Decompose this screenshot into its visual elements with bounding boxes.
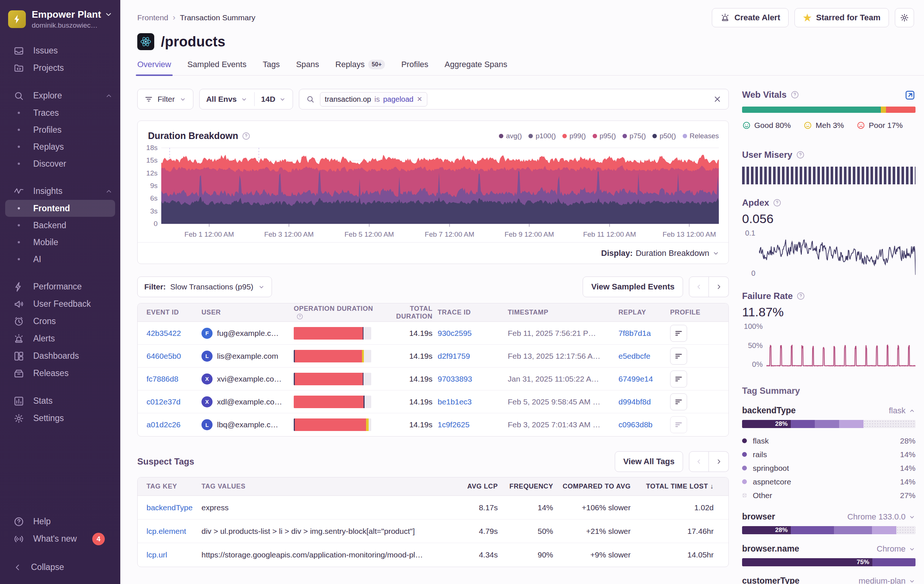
column-header[interactable]: USER — [201, 309, 294, 316]
question-circle-icon[interactable] — [790, 90, 799, 99]
transactions-filter-dropdown[interactable]: Filter: Slow Transactions (p95) — [137, 276, 272, 297]
sidebar-item-settings[interactable]: Settings — [0, 410, 120, 427]
operation-duration-bar[interactable] — [294, 396, 371, 408]
column-header[interactable]: TRACE ID — [438, 309, 508, 316]
question-circle-icon[interactable] — [296, 313, 303, 320]
tag-legend-row[interactable]: rails14% — [742, 447, 916, 461]
column-header[interactable]: OPERATION DURATION — [294, 305, 382, 321]
tag-key-link[interactable]: lcp.element — [147, 527, 201, 536]
operation-duration-bar[interactable] — [294, 418, 371, 431]
external-link-icon[interactable] — [904, 90, 916, 100]
sidebar-item-alerts[interactable]: Alerts — [0, 330, 120, 347]
operation-duration-bar[interactable] — [294, 350, 371, 362]
tag-legend-row[interactable]: aspnetcore14% — [742, 475, 916, 489]
event-id-link[interactable]: fc7886d8 — [147, 375, 201, 383]
event-id-link[interactable]: a01d2c26 — [147, 420, 201, 429]
duration-area-chart[interactable] — [161, 148, 719, 224]
sidebar-item-profiles[interactable]: Profiles — [0, 121, 120, 138]
tag-selected-value-dropdown[interactable]: Chrome 133.0.0 — [847, 512, 916, 522]
legend-item[interactable]: p75() — [622, 132, 646, 140]
sidebar-item-frontend[interactable]: Frontend — [5, 200, 115, 217]
column-header[interactable]: AVG LCP — [435, 483, 498, 490]
view-sampled-events-button[interactable]: View Sampled Events — [582, 276, 683, 297]
create-alert-button[interactable]: Create Alert — [712, 8, 789, 27]
legend-item[interactable]: p100() — [528, 132, 556, 140]
profile-button[interactable] — [670, 325, 687, 342]
profile-button[interactable] — [670, 416, 687, 433]
tag-selected-value-dropdown[interactable]: flask — [889, 406, 916, 416]
sidebar-section-insights[interactable]: Insights — [0, 183, 120, 200]
column-header[interactable]: FREQUENCY — [498, 483, 553, 490]
column-header[interactable]: TOTAL TIME LOST ↓ — [630, 483, 714, 490]
question-circle-icon[interactable] — [773, 198, 782, 207]
legend-item[interactable]: Releases — [683, 132, 719, 140]
sidebar-item-performance[interactable]: Performance — [0, 278, 120, 295]
date-range-selector[interactable]: 14D — [255, 89, 293, 109]
sidebar-item-issues[interactable]: Issues — [0, 42, 120, 59]
column-header[interactable]: PROFILE — [670, 309, 719, 316]
sidebar-item-stats[interactable]: Stats — [0, 392, 120, 410]
profile-button[interactable] — [670, 370, 687, 388]
tab-tags[interactable]: Tags — [263, 60, 280, 75]
next-page-button[interactable] — [709, 451, 729, 472]
column-header[interactable]: TAG VALUES — [201, 483, 435, 490]
tab-replays[interactable]: Replays50+ — [335, 60, 385, 75]
legend-item[interactable]: p99() — [563, 132, 586, 140]
legend-item[interactable]: p50() — [652, 132, 676, 140]
sidebar-footer-help[interactable]: Help — [0, 513, 120, 530]
sidebar-item-projects[interactable]: Projects — [0, 59, 120, 77]
sidebar-footer-collapse[interactable]: Collapse — [0, 559, 120, 576]
trace-id-link[interactable]: 930c2595 — [438, 329, 508, 338]
tag-key-link[interactable]: lcp.url — [147, 551, 201, 559]
previous-page-button[interactable] — [689, 276, 709, 297]
question-circle-icon[interactable] — [796, 292, 805, 301]
trace-id-link[interactable]: 97033893 — [438, 375, 508, 383]
operation-duration-bar[interactable] — [294, 373, 371, 385]
tag-distribution-bar[interactable]: 28% — [742, 526, 916, 534]
search-token[interactable]: transaction.op is pageload ✕ — [320, 92, 427, 107]
operation-duration-bar[interactable] — [294, 327, 371, 340]
sidebar-item-crons[interactable]: Crons — [0, 313, 120, 330]
clear-search-icon[interactable] — [713, 95, 722, 104]
tag-selected-value-dropdown[interactable]: medium-plan — [859, 576, 916, 584]
tag-legend-row[interactable]: Other27% — [742, 489, 916, 502]
settings-gear-button[interactable] — [895, 8, 914, 27]
filter-dropdown[interactable]: Filter — [137, 89, 193, 110]
starred-for-team-button[interactable]: ★ Starred for Team — [794, 8, 889, 27]
column-header[interactable]: REPLAY — [619, 309, 670, 316]
trace-id-link[interactable]: be1b1ec3 — [438, 397, 508, 406]
profile-button[interactable] — [670, 393, 687, 410]
sidebar-item-ai[interactable]: AI — [0, 251, 120, 268]
replay-id-link[interactable]: d994bf8d — [619, 397, 670, 406]
tag-selected-value-dropdown[interactable]: Chrome — [877, 544, 916, 554]
tab-sampled-events[interactable]: Sampled Events — [188, 60, 246, 75]
sidebar-item-dashboards[interactable]: Dashboards — [0, 347, 120, 365]
event-id-link[interactable]: 42b35422 — [147, 329, 201, 338]
breadcrumb-item[interactable]: Frontend — [137, 13, 168, 22]
view-all-tags-button[interactable]: View All Tags — [615, 451, 683, 472]
sidebar-item-backend[interactable]: Backend — [0, 217, 120, 234]
trace-id-link[interactable]: 1c9f2625 — [438, 420, 508, 429]
column-header[interactable]: TAG KEY — [147, 483, 201, 490]
column-header[interactable]: TOTAL DURATION — [382, 305, 438, 321]
sidebar-section-explore[interactable]: Explore — [0, 87, 120, 104]
sidebar-item-replays[interactable]: Replays — [0, 138, 120, 155]
tab-profiles[interactable]: Profiles — [401, 60, 428, 75]
sidebar-item-mobile[interactable]: Mobile — [0, 234, 120, 251]
replay-id-link[interactable]: 7f8b7d1a — [619, 329, 670, 338]
tag-key-link[interactable]: backendType — [147, 503, 201, 512]
display-value[interactable]: Duration Breakdown — [636, 248, 709, 258]
event-id-link[interactable]: 6460e5b0 — [147, 352, 201, 360]
tag-distribution-bar[interactable]: 75% — [742, 558, 916, 566]
replay-id-link[interactable]: e5edbcfe — [619, 352, 670, 360]
sidebar-item-releases[interactable]: Releases — [0, 365, 120, 382]
tab-aggregate-spans[interactable]: Aggregate Spans — [445, 60, 507, 75]
legend-item[interactable]: avg() — [499, 132, 522, 140]
tag-legend-row[interactable]: flask28% — [742, 434, 916, 447]
previous-page-button[interactable] — [689, 451, 709, 472]
replay-id-link[interactable]: 67499e14 — [619, 375, 670, 383]
next-page-button[interactable] — [709, 276, 729, 297]
search-input[interactable]: transaction.op is pageload ✕ — [299, 89, 729, 110]
question-circle-icon[interactable] — [242, 132, 251, 140]
profile-button[interactable] — [670, 348, 687, 365]
